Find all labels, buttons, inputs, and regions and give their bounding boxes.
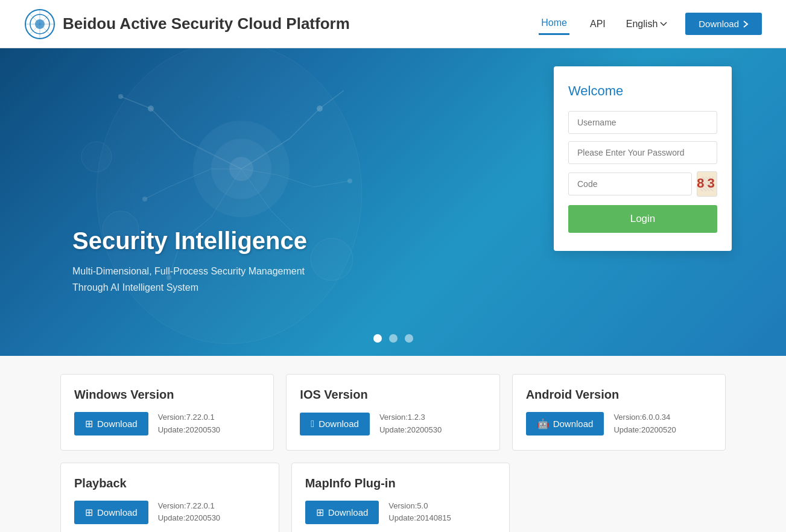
navbar-nav: Home API English Download	[539, 13, 762, 35]
carousel-dot-3[interactable]	[405, 334, 413, 343]
apple-icon: 	[311, 419, 314, 429]
nav-home[interactable]: Home	[539, 13, 569, 35]
nav-api[interactable]: API	[588, 14, 608, 34]
windows-download-button[interactable]: ⊞ Download	[74, 412, 148, 435]
windows-title: Windows Version	[74, 388, 260, 402]
login-button[interactable]: Login	[568, 205, 717, 233]
playback-windows-icon: ⊞	[85, 507, 93, 518]
playback-meta: Version:7.22.0.1 Update:20200530	[158, 500, 220, 525]
svg-point-15	[311, 238, 353, 280]
playback-title: Playback	[74, 477, 265, 490]
windows-download-card: Windows Version ⊞ Download Version:7.22.…	[60, 374, 274, 451]
mapinfo-title: MapInfo Plug-in	[305, 477, 496, 490]
android-download-row: 🤖 Download Version:6.0.0.34 Update:20200…	[526, 411, 712, 437]
arrow-right-icon	[743, 20, 749, 28]
ios-download-card: IOS Version  Download Version:1.2.3 Upd…	[286, 374, 499, 451]
svg-point-12	[142, 197, 147, 201]
svg-point-16	[81, 142, 112, 172]
download-grid-top: Windows Version ⊞ Download Version:7.22.…	[60, 374, 726, 451]
windows-icon: ⊞	[85, 418, 93, 429]
playback-download-button[interactable]: ⊞ Download	[74, 501, 148, 524]
captcha-row: 4832	[568, 171, 717, 197]
captcha-image[interactable]: 4832	[697, 171, 717, 197]
download-section: Windows Version ⊞ Download Version:7.22.…	[0, 356, 786, 532]
hero-content: Security Intelligence Multi-Dimensional,…	[72, 227, 307, 296]
mapinfo-download-row: ⊞ Download Version:5.0 Update:20140815	[305, 500, 496, 525]
hero-section: Security Intelligence Multi-Dimensional,…	[0, 48, 786, 356]
nav-download-button[interactable]: Download	[685, 13, 762, 35]
mapinfo-meta: Version:5.0 Update:20140815	[388, 500, 451, 525]
svg-point-8	[118, 94, 123, 99]
android-meta: Version:6.0.0.34 Update:20200520	[613, 411, 676, 437]
nav-language[interactable]: English	[626, 19, 667, 30]
carousel-dot-1[interactable]	[373, 334, 382, 343]
windows-meta: Version:7.22.0.1 Update:20200530	[158, 411, 220, 437]
username-input[interactable]	[568, 111, 717, 134]
ios-download-button[interactable]:  Download	[300, 413, 370, 435]
mapinfo-windows-icon: ⊞	[316, 507, 324, 518]
android-title: Android Version	[526, 388, 712, 402]
password-input[interactable]	[568, 141, 717, 164]
captcha-input[interactable]	[568, 173, 692, 195]
carousel-dot-2[interactable]	[389, 334, 398, 343]
hero-title: Security Intelligence	[72, 227, 307, 255]
android-download-button[interactable]: 🤖 Download	[526, 412, 604, 435]
download-grid-bottom: Playback ⊞ Download Version:7.22.0.1 Upd…	[60, 463, 510, 532]
playback-download-card: Playback ⊞ Download Version:7.22.0.1 Upd…	[60, 463, 279, 532]
login-card: Welcome 4832 Login	[554, 66, 732, 251]
hero-subtitle: Multi-Dimensional, Full-Process Security…	[72, 263, 307, 296]
svg-point-13	[347, 179, 352, 183]
navbar: Beidou Active Security Cloud Platform Ho…	[0, 0, 786, 48]
login-welcome: Welcome	[568, 83, 717, 99]
mapinfo-download-button[interactable]: ⊞ Download	[305, 501, 379, 524]
brand-logo-icon	[24, 8, 55, 40]
carousel-dots	[373, 334, 413, 343]
brand-title: Beidou Active Security Cloud Platform	[63, 14, 350, 33]
ios-download-row:  Download Version:1.2.3 Update:20200530	[300, 411, 486, 437]
navbar-brand: Beidou Active Security Cloud Platform	[24, 8, 539, 40]
svg-point-7	[148, 106, 154, 112]
android-icon: 🤖	[537, 418, 549, 429]
hero-background	[0, 48, 458, 356]
ios-meta: Version:1.2.3 Update:20200530	[379, 411, 442, 437]
android-download-card: Android Version 🤖 Download Version:6.0.0…	[512, 374, 726, 451]
playback-download-row: ⊞ Download Version:7.22.0.1 Update:20200…	[74, 500, 265, 525]
ios-title: IOS Version	[300, 388, 486, 402]
windows-download-row: ⊞ Download Version:7.22.0.1 Update:20200…	[74, 411, 260, 437]
chevron-down-icon	[660, 22, 667, 27]
mapinfo-download-card: MapInfo Plug-in ⊞ Download Version:5.0 U…	[291, 463, 510, 532]
